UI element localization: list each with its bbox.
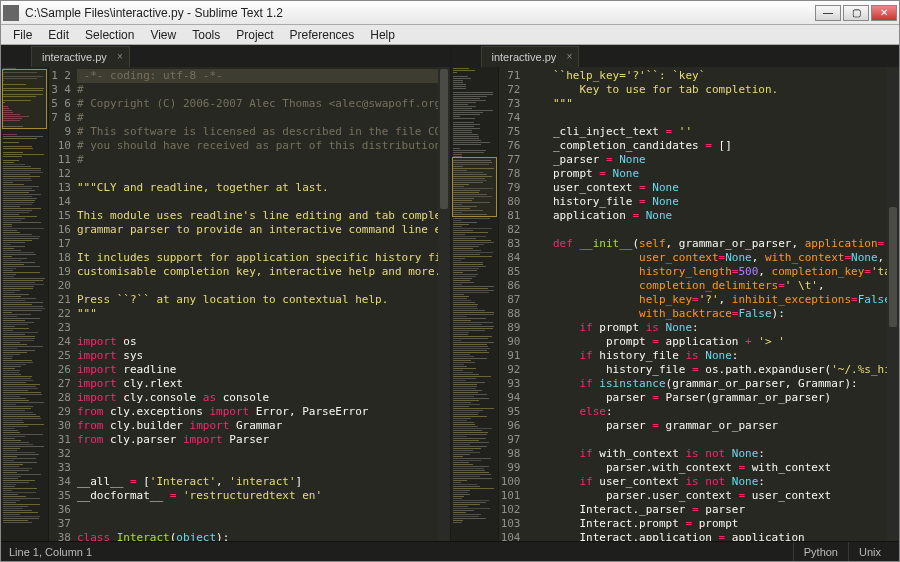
code-left[interactable]: -*- coding: utf-8 -*- # # Copyright (C) … (77, 67, 438, 541)
menu-tools[interactable]: Tools (184, 26, 228, 44)
status-position: Line 1, Column 1 (9, 546, 793, 558)
app-window: C:\Sample Files\interactive.py - Sublime… (0, 0, 900, 562)
close-icon[interactable]: × (117, 51, 123, 62)
window-title: C:\Sample Files\interactive.py - Sublime… (25, 6, 815, 20)
menu-selection[interactable]: Selection (77, 26, 142, 44)
editor-area: interactive.py × 1 2 3 4 5 6 7 8 9 10 11… (1, 45, 899, 541)
status-line-endings[interactable]: Unix (848, 542, 891, 561)
status-language[interactable]: Python (793, 542, 848, 561)
app-icon (3, 5, 19, 21)
pane-left: interactive.py × 1 2 3 4 5 6 7 8 9 10 11… (1, 45, 451, 541)
scrollbar-thumb[interactable] (889, 207, 897, 327)
scrollbar-right[interactable] (887, 67, 899, 541)
minimap-left[interactable] (1, 67, 49, 541)
menu-project[interactable]: Project (228, 26, 281, 44)
menu-edit[interactable]: Edit (40, 26, 77, 44)
tab-left[interactable]: interactive.py × (31, 46, 130, 67)
close-icon[interactable]: × (566, 51, 572, 62)
menu-file[interactable]: File (5, 26, 40, 44)
minimize-button[interactable]: — (815, 5, 841, 21)
statusbar: Line 1, Column 1 Python Unix (1, 541, 899, 561)
gutter-right: 71 72 73 74 75 76 77 78 79 80 81 82 83 8… (499, 67, 527, 541)
menu-help[interactable]: Help (362, 26, 403, 44)
menubar: FileEditSelectionViewToolsProjectPrefere… (1, 25, 899, 45)
gutter-left: 1 2 3 4 5 6 7 8 9 10 11 12 13 14 15 16 1… (49, 67, 77, 541)
scrollbar-thumb[interactable] (440, 69, 448, 209)
tab-row-left: interactive.py × (1, 45, 450, 67)
menu-preferences[interactable]: Preferences (282, 26, 363, 44)
tab-row-right: interactive.py × (451, 45, 900, 67)
minimap-viewport[interactable] (2, 69, 47, 129)
code-container-left: 1 2 3 4 5 6 7 8 9 10 11 12 13 14 15 16 1… (1, 67, 450, 541)
minimap-viewport[interactable] (452, 157, 497, 217)
titlebar[interactable]: C:\Sample Files\interactive.py - Sublime… (1, 1, 899, 25)
minimap-right[interactable] (451, 67, 499, 541)
tab-right[interactable]: interactive.py × (481, 46, 580, 67)
menu-view[interactable]: View (142, 26, 184, 44)
tab-label: interactive.py (492, 51, 557, 63)
code-container-right: 71 72 73 74 75 76 77 78 79 80 81 82 83 8… (451, 67, 900, 541)
window-controls: — ▢ ✕ (815, 5, 897, 21)
scrollbar-left[interactable] (438, 67, 450, 541)
close-button[interactable]: ✕ (871, 5, 897, 21)
tab-label: interactive.py (42, 51, 107, 63)
maximize-button[interactable]: ▢ (843, 5, 869, 21)
code-right[interactable]: ``help_key='?'``: `key` Key to use for t… (527, 67, 888, 541)
pane-right: interactive.py × 71 72 73 74 75 76 77 78… (451, 45, 900, 541)
